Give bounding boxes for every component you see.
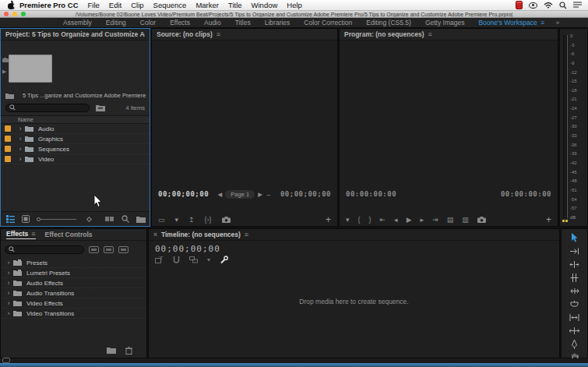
workspace-tab-audio[interactable]: Audio xyxy=(204,19,221,26)
expand-chevron-icon[interactable]: › xyxy=(4,289,13,297)
camera-export-icon[interactable] xyxy=(477,217,486,223)
bin-row-graphics[interactable]: › Graphics xyxy=(1,134,150,144)
rolling-edit-tool[interactable] xyxy=(569,273,581,283)
notification-center-icon[interactable] xyxy=(573,2,582,9)
timeline-panel-tab[interactable]: × Timeline: (no sequences) ≡ xyxy=(149,229,559,241)
panel-menu-icon[interactable]: ≡ xyxy=(245,231,248,238)
menu-edit[interactable]: Edit xyxy=(109,1,121,9)
effects-group-video-transitions[interactable]: › Video Transitions xyxy=(1,309,146,319)
play-button[interactable]: ▶ xyxy=(407,216,412,224)
workspace-tab-effects[interactable]: Effects xyxy=(170,19,190,26)
expand-chevron-icon[interactable]: › xyxy=(16,125,25,132)
timeline-playhead-timecode[interactable]: 00;00;00;00 xyxy=(155,244,220,254)
step-back-button[interactable]: ◂ xyxy=(394,216,398,224)
recording-indicator-icon[interactable] xyxy=(516,1,523,9)
list-view-button[interactable] xyxy=(6,215,15,223)
export-frame-button[interactable]: ↥ xyxy=(188,216,195,224)
workspace-tab-active[interactable]: Boone's Workspace xyxy=(478,19,537,26)
bin-row-audio[interactable]: › Audio xyxy=(1,124,150,134)
panel-menu-icon[interactable]: ≡ xyxy=(31,230,35,238)
expand-chevron-icon[interactable]: › xyxy=(4,279,13,287)
project-root-bin[interactable]: 5 Tips ...ganize and Customize Adobe Pre… xyxy=(5,92,146,99)
panel-menu-icon[interactable]: ≡ xyxy=(428,30,432,38)
column-header-name[interactable]: Name xyxy=(1,115,150,124)
menu-file[interactable]: File xyxy=(88,1,100,9)
delete-custom-items-button[interactable] xyxy=(125,347,132,355)
go-to-out-button[interactable]: ⇥ xyxy=(432,216,438,224)
expand-chevron-icon[interactable]: › xyxy=(4,269,13,277)
workspace-tab-assembly[interactable]: Assembly xyxy=(63,19,92,26)
source-monitor-tab[interactable]: Source: (no clips) ≡ xyxy=(152,29,337,41)
wifi-icon[interactable] xyxy=(544,2,553,9)
zoom-slider[interactable] xyxy=(37,217,91,221)
32bit-color-filter-icon[interactable] xyxy=(104,246,114,253)
page-label[interactable]: Page 1 xyxy=(225,190,255,199)
window-title-bar[interactable]: /Volumes/Boone 02/Boone Loves Video/Prem… xyxy=(0,11,588,18)
label-color-chip[interactable] xyxy=(5,146,11,152)
icon-view-button[interactable] xyxy=(22,215,30,223)
timeline-settings-wrench-icon[interactable] xyxy=(220,256,228,264)
prev-page-icon[interactable]: ◀ xyxy=(218,191,223,198)
menu-marker[interactable]: Marker xyxy=(195,1,219,9)
accelerated-effects-filter-icon[interactable] xyxy=(89,246,99,253)
menu-help[interactable]: Help xyxy=(287,1,302,9)
close-panel-icon[interactable]: × xyxy=(153,231,157,238)
menu-sequence[interactable]: Sequence xyxy=(153,1,187,9)
lift-button[interactable]: ▤ xyxy=(447,216,454,224)
expand-chevron-icon[interactable]: › xyxy=(4,309,13,317)
workspace-tab-editing-cs55[interactable]: Editing (CS5.5) xyxy=(366,19,411,26)
selection-tool[interactable] xyxy=(569,233,581,243)
apple-menu-icon[interactable] xyxy=(8,2,15,9)
fit-width-icon[interactable]: ↔ xyxy=(266,191,272,198)
effects-group-video-effects[interactable]: › Video Effects xyxy=(1,298,146,309)
expand-chevron-icon[interactable]: › xyxy=(4,299,13,307)
effects-group-presets[interactable]: › Presets xyxy=(1,258,146,268)
find-button[interactable] xyxy=(121,215,129,223)
expand-chevron-icon[interactable]: › xyxy=(16,155,25,163)
workspace-tab-getty-images[interactable]: Getty Images xyxy=(425,19,465,26)
effects-group-audio-transitions[interactable]: › Audio Transitions xyxy=(1,288,146,298)
project-panel-tab[interactable]: Project: 5 Tips to Organize and Customiz… xyxy=(1,29,150,41)
in-out-filter-icon[interactable] xyxy=(96,104,105,111)
menu-title[interactable]: Title xyxy=(228,1,242,9)
go-to-in-button[interactable]: ⇤ xyxy=(380,216,386,224)
button-editor-plus[interactable]: + xyxy=(546,214,551,225)
slide-tool[interactable] xyxy=(569,326,581,336)
extract-button[interactable]: ▥ xyxy=(462,216,469,224)
menu-clip[interactable]: Clip xyxy=(131,1,143,9)
tab-effect-controls[interactable]: Effect Controls xyxy=(45,231,93,238)
expand-chevron-icon[interactable]: › xyxy=(4,259,13,266)
add-marker-button[interactable]: ▾ xyxy=(175,216,179,224)
workspace-overflow-icon[interactable]: » xyxy=(556,19,560,26)
mark-in-button[interactable]: { xyxy=(358,216,361,224)
linked-selection-icon[interactable] xyxy=(189,256,198,263)
panel-menu-icon[interactable]: ≡ xyxy=(217,30,220,38)
snap-magnet-icon[interactable] xyxy=(173,256,180,264)
slip-tool[interactable] xyxy=(569,312,581,323)
insert-button[interactable]: {›} xyxy=(205,216,212,224)
add-marker-button[interactable]: ▾ xyxy=(346,216,350,224)
app-menu[interactable]: Premiere Pro CC xyxy=(19,1,79,9)
step-forward-button[interactable]: ▸ xyxy=(421,216,424,224)
expand-chevron-icon[interactable]: › xyxy=(16,135,25,143)
ripple-edit-tool[interactable] xyxy=(569,259,581,270)
play-preview-icon[interactable]: ▶ xyxy=(2,69,9,75)
label-color-chip[interactable] xyxy=(5,156,11,162)
workspace-tab-color[interactable]: Color xyxy=(140,19,156,26)
rate-stretch-tool[interactable] xyxy=(569,286,581,296)
effects-group-lumetri-presets[interactable]: › Lumetri Presets xyxy=(1,268,146,278)
bin-row-sequences[interactable]: › Sequences xyxy=(1,144,150,154)
yuv-effects-filter-icon[interactable] xyxy=(118,246,129,253)
workspace-tab-color-correction[interactable]: Color Correction xyxy=(304,19,352,26)
menu-window[interactable]: Window xyxy=(252,1,278,9)
workspace-tab-editing[interactable]: Editing xyxy=(106,19,126,26)
screen-capture-icon[interactable] xyxy=(529,2,537,9)
effects-search-input[interactable] xyxy=(5,245,84,254)
button-editor-plus[interactable]: + xyxy=(326,214,331,225)
tab-effects[interactable]: Effects ≡ xyxy=(6,230,36,239)
workspace-tab-titles[interactable]: Titles xyxy=(235,19,251,26)
project-search-input[interactable] xyxy=(5,104,90,112)
pen-tool[interactable] xyxy=(569,339,581,349)
safe-margins-button[interactable]: ▭ xyxy=(158,216,165,224)
next-page-icon[interactable]: ▶ xyxy=(258,191,262,198)
